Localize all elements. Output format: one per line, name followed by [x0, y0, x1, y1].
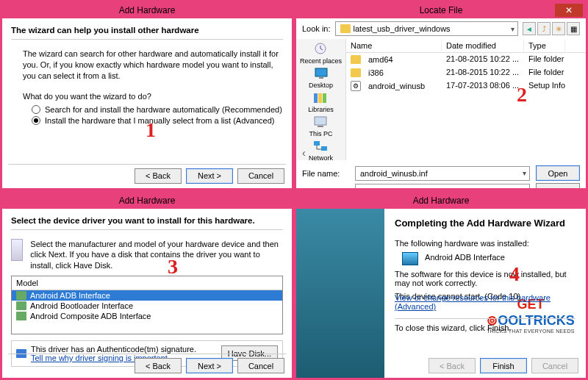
- back-button[interactable]: < Back: [135, 168, 182, 184]
- col-name[interactable]: Name: [346, 39, 442, 52]
- wizard-heading: The wizard can help you install other ha…: [11, 26, 283, 40]
- place-recent[interactable]: Recent places: [300, 42, 342, 65]
- folder-icon: [340, 24, 351, 33]
- cancel-button[interactable]: Cancel: [536, 183, 580, 190]
- model-item[interactable]: Android Composite ADB Interface: [12, 311, 282, 321]
- new-folder-icon[interactable]: ✳: [552, 22, 565, 35]
- monitor-icon: [402, 252, 418, 265]
- lookin-dropdown[interactable]: latest_usb_driver_windows: [335, 21, 518, 36]
- installed-label: The following hardware was installed:: [395, 239, 576, 248]
- model-item[interactable]: Android ADB Interface: [12, 290, 282, 301]
- lookin-label: Look in:: [302, 24, 331, 33]
- step-number: 4: [509, 262, 520, 286]
- svg-rect-4: [318, 93, 322, 103]
- radio-label: Search for and install the hardware auto…: [45, 105, 282, 114]
- radio-icon: [32, 116, 40, 125]
- wizard-description: Select the manufacturer and model of you…: [30, 239, 283, 272]
- view-icon[interactable]: ▦: [567, 22, 580, 35]
- filetype-dropdown[interactable]: Setup Information (*.inf): [355, 184, 530, 190]
- scroll-hint[interactable]: ‹: [302, 147, 580, 159]
- file-list-header[interactable]: Name Date modified Type: [346, 39, 586, 53]
- window-title: Locate File: [420, 5, 463, 15]
- panel-3-select-driver: Add Hardware Select the device driver yo…: [0, 190, 294, 381]
- place-libraries[interactable]: Libraries: [308, 90, 334, 113]
- signature-text: This driver has an Authenticode(tm) sign…: [31, 345, 196, 354]
- cancel-button[interactable]: Cancel: [237, 168, 284, 184]
- panel-1-add-hardware: Add Hardware The wizard can help you ins…: [0, 0, 294, 190]
- filename-label: File name:: [302, 169, 349, 178]
- titlebar: Locate File ✕: [296, 2, 586, 18]
- toolbar-icons: ◄ ⤴ ✳ ▦: [523, 22, 580, 35]
- col-date[interactable]: Date modified: [442, 39, 524, 52]
- window-title: Add Hardware: [413, 196, 470, 206]
- back-button[interactable]: < Back: [135, 358, 182, 373]
- separator: [8, 164, 286, 165]
- close-button[interactable]: ✕: [555, 4, 583, 17]
- file-row[interactable]: i386 21-08-2015 10:22 ... File folder: [346, 66, 586, 79]
- device-icon: [11, 239, 23, 261]
- chip-icon: [16, 301, 26, 310]
- lookin-value: latest_usb_driver_windows: [354, 24, 451, 33]
- folder-icon: [351, 55, 361, 64]
- separator: [395, 318, 576, 319]
- wizard-prompt: What do you want the wizard to do?: [23, 92, 283, 101]
- radio-label: Install the hardware that I manually sel…: [45, 116, 274, 125]
- svg-rect-5: [323, 93, 326, 103]
- step-number: 1: [146, 118, 156, 142]
- place-thispc[interactable]: This PC: [309, 115, 332, 137]
- panel-2-locate-file: Locate File ✕ Look in: latest_usb_driver…: [294, 0, 588, 190]
- step-number: 3: [168, 255, 178, 279]
- svg-rect-3: [314, 93, 318, 103]
- svg-rect-2: [319, 77, 323, 79]
- back-button: < Back: [429, 358, 476, 373]
- col-type[interactable]: Type: [524, 39, 565, 52]
- next-button[interactable]: Next >: [186, 168, 233, 184]
- wizard-description: The wizard can search for other hardware…: [23, 49, 283, 82]
- file-row[interactable]: ⚙android_winusb 17-07-2013 08:06 ... Set…: [346, 79, 586, 93]
- svg-rect-8: [314, 141, 320, 146]
- radio-icon: [32, 105, 40, 114]
- wizard-heading: Select the device driver you want to ins…: [11, 216, 283, 230]
- chip-icon: [16, 312, 26, 320]
- next-button[interactable]: Next >: [186, 358, 233, 373]
- close-instruction: To close this wizard, click Finish.: [395, 323, 576, 332]
- wizard-heading: Completing the Add Hardware Wizard: [395, 218, 576, 229]
- chip-icon: [16, 291, 26, 300]
- up-icon[interactable]: ⤴: [537, 22, 551, 35]
- svg-rect-7: [318, 126, 323, 127]
- folder-icon: [351, 68, 361, 77]
- inf-file-icon: ⚙: [351, 81, 361, 91]
- separator: [8, 354, 286, 354]
- filename-input[interactable]: android_winusb.inf: [355, 166, 530, 181]
- titlebar: Add Hardware: [2, 193, 292, 209]
- step-number: 2: [517, 83, 527, 107]
- places-bar: Recent places Desktop Libraries This PC …: [296, 39, 346, 160]
- model-item[interactable]: Android Bootloader Interface: [12, 301, 282, 311]
- file-row[interactable]: amd64 21-08-2015 10:22 ... File folder: [346, 53, 586, 66]
- titlebar: Add Hardware: [296, 193, 586, 209]
- place-desktop[interactable]: Desktop: [309, 66, 333, 89]
- window-title: Add Hardware: [119, 5, 176, 15]
- back-icon[interactable]: ◄: [523, 22, 536, 35]
- open-button[interactable]: Open: [536, 165, 580, 181]
- panel-4-completing: Add Hardware Completing the Add Hardware…: [294, 190, 588, 381]
- svg-rect-1: [315, 68, 327, 76]
- finish-button[interactable]: Finish: [480, 358, 527, 373]
- model-listbox[interactable]: Model Android ADB Interface Android Boot…: [11, 276, 283, 334]
- svg-rect-6: [315, 117, 326, 125]
- window-title: Add Hardware: [119, 196, 176, 206]
- status-text: The software for this device is now inst…: [395, 270, 576, 287]
- cancel-button: Cancel: [531, 358, 578, 373]
- advanced-link[interactable]: View or change resources for this hardwa…: [395, 293, 551, 311]
- model-header: Model: [12, 276, 282, 290]
- cancel-button[interactable]: Cancel: [237, 358, 284, 373]
- file-list: Name Date modified Type amd64 21-08-2015…: [346, 39, 586, 160]
- device-name: Android ADB Interface: [425, 253, 505, 262]
- radio-search-auto[interactable]: Search for and install the hardware auto…: [32, 105, 283, 114]
- titlebar: Add Hardware: [2, 2, 292, 18]
- wizard-sidebar-graphic: [296, 209, 384, 379]
- radio-manual-select[interactable]: Install the hardware that I manually sel…: [32, 116, 283, 125]
